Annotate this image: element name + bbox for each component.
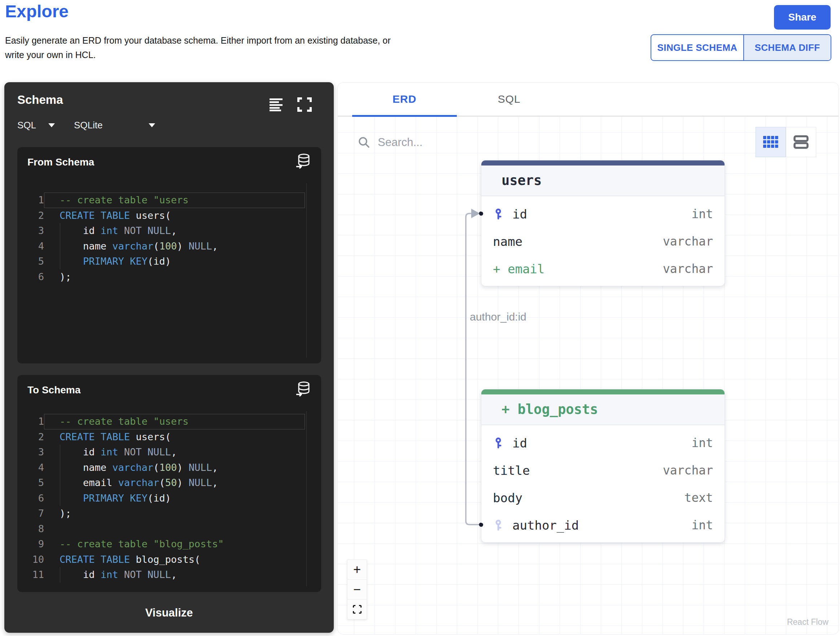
code-token: CREATE TABLE [60,210,130,221]
table-accent-bar [482,389,725,394]
code-token: id [60,569,101,580]
code-line[interactable]: 4 name varchar(100) NULL, [17,239,321,254]
from-schema-editor: From Schema 1-- create table "users2CREA… [17,147,321,364]
code-token: CREATE TABLE [60,554,130,565]
table-node-blog-posts[interactable]: + blog_posts idinttitlevarcharbodytextau… [481,389,725,543]
column-name: author_id [512,518,579,532]
line-number: 9 [17,537,44,552]
column-type: text [684,491,713,505]
code-line[interactable]: 3 id int NOT NULL, [17,223,321,239]
tab-erd[interactable]: ERD [352,83,457,116]
table-header[interactable]: + blog_posts [482,394,725,425]
code-token: (id) [148,493,171,504]
page-description: Easily generate an ERD from your databas… [5,33,391,62]
code-token: PRIMARY KEY [83,256,148,267]
code-token: 100 [159,462,177,473]
code-line-text: ); [44,506,305,521]
code-line-text: CREATE TABLE users( [44,208,305,224]
code-line[interactable]: 1-- create table "users [17,192,321,208]
code-token: 50 [165,477,177,488]
row-view-button[interactable] [786,127,816,157]
column-row[interactable]: + emailvarchar [482,255,725,283]
code-line[interactable]: 9-- create table "blog_posts" [17,537,321,552]
code-line[interactable]: 4 name varchar(100) NULL, [17,460,321,475]
code-line[interactable]: 7); [17,506,321,521]
code-line[interactable]: 6 PRIMARY KEY(id) [17,491,321,506]
code-line[interactable]: 3 id int NOT NULL, [17,444,321,460]
column-row[interactable]: titlevarchar [482,457,725,484]
column-row[interactable]: idint [482,200,725,228]
zoom-out-button[interactable]: − [347,580,366,600]
code-token: ( [153,241,159,252]
edge-label: author_id:id [470,311,526,323]
erd-canvas[interactable]: author_id:id users idintnamevarchar+ ema… [338,117,838,634]
line-number: 1 [17,414,44,430]
visualize-button[interactable]: Visualize [4,603,334,623]
column-type: varchar [663,262,713,276]
code-token: email [60,477,118,488]
schema-mode-toggle: SINGLE SCHEMA SCHEMA DIFF [651,34,831,61]
zoom-controls: + − [347,560,367,619]
row-view-icon [793,134,809,150]
engine-value: SQLite [74,120,103,131]
fit-view-button[interactable] [347,600,366,619]
table-header[interactable]: users [482,165,725,196]
code-line-text: ); [44,269,305,285]
edge-handle[interactable] [479,212,483,216]
code-line[interactable]: 5 email varchar(50) NULL, [17,475,321,491]
code-token: , [171,446,177,458]
code-token: -- create table "blog_posts" [60,538,224,549]
column-row[interactable]: author_idint [482,512,725,539]
edge-handle[interactable] [479,523,483,527]
from-schema-code[interactable]: 1-- create table "users2CREATE TABLE use… [17,192,321,285]
fullscreen-icon[interactable] [297,97,312,112]
code-line-text: -- create table "users [44,414,305,430]
schema-panel: Schema SQL SQLite From Schema [4,82,334,633]
code-line[interactable]: 2CREATE TABLE users( [17,208,321,224]
code-token: ) [177,477,189,488]
code-token: int [101,446,118,458]
code-token: NOT NULL [118,569,171,580]
database-import-icon[interactable] [295,153,312,170]
dialect-select[interactable]: SQL [17,120,55,131]
code-line[interactable]: 10CREATE TABLE blog_posts( [17,552,321,567]
column-row[interactable]: bodytext [482,484,725,512]
table-accent-bar [482,161,725,165]
schema-diff-toggle[interactable]: SCHEMA DIFF [744,35,831,60]
share-button[interactable]: Share [774,5,831,30]
line-number: 5 [17,475,44,491]
line-number: 3 [17,223,44,239]
database-import-icon[interactable] [295,381,312,397]
code-token: , [212,462,218,473]
format-list-icon[interactable] [270,98,283,112]
page-description-line1: Easily generate an ERD from your databas… [5,33,391,47]
tab-sql[interactable]: SQL [457,83,561,116]
line-number: 8 [17,521,44,537]
code-line[interactable]: 11 id int NOT NULL, [17,567,321,582]
react-flow-attribution: React Flow [787,617,829,627]
code-token: , [212,477,218,488]
search-input[interactable] [377,135,545,149]
code-token: ( [153,462,159,473]
grid-view-button[interactable] [756,127,786,157]
column-row[interactable]: idint [482,430,725,457]
code-line[interactable]: 8 [17,521,321,537]
line-number: 11 [17,567,44,582]
engine-select[interactable]: SQLite [74,120,155,131]
code-line[interactable]: 5 PRIMARY KEY(id) [17,254,321,269]
code-line[interactable]: 2CREATE TABLE users( [17,430,321,445]
code-line-text: CREATE TABLE users( [44,430,305,445]
table-node-users[interactable]: users idintnamevarchar+ emailvarchar [481,160,725,286]
to-schema-code[interactable]: 1-- create table "users2CREATE TABLE use… [17,414,321,582]
primary-key-icon [493,437,512,449]
zoom-in-button[interactable]: + [347,560,366,580]
column-type: varchar [663,463,713,477]
code-line[interactable]: 1-- create table "users [17,414,321,430]
column-name: id [512,436,527,450]
primary-key-icon [493,208,512,220]
code-line[interactable]: 6); [17,269,321,285]
single-schema-toggle[interactable]: SINGLE SCHEMA [651,35,744,60]
code-line-text: id int NOT NULL, [44,567,305,582]
code-token: NULL [189,477,212,488]
column-row[interactable]: namevarchar [482,228,725,255]
